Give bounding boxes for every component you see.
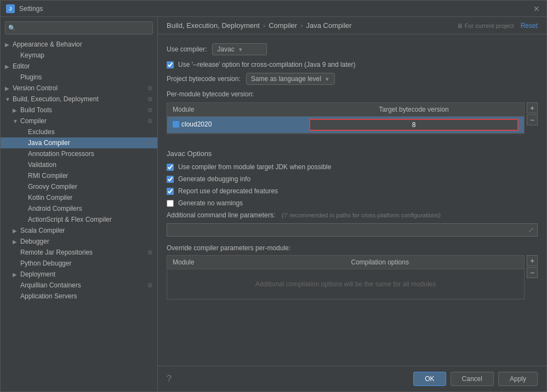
sidebar-item-arquillian[interactable]: Arquillian Containers ⚙ (1, 280, 157, 291)
sidebar-item-keymap[interactable]: Keymap (1, 50, 157, 61)
override-table-wrapper: Module Compilation options Additional co… (167, 255, 525, 299)
override-options-col: Compilation options (346, 256, 525, 269)
cmd-label: Additional command line parameters: (167, 211, 275, 219)
cmd-input[interactable] (167, 224, 525, 236)
target-version: 8 (412, 121, 416, 129)
javac-cb1-label: Use compiler from module target JDK when… (178, 163, 331, 171)
search-input[interactable] (5, 21, 153, 34)
module-table-outer: Module Target bytecode version cl (167, 102, 538, 143)
javac-cb1-row: Use compiler from module target JDK when… (167, 163, 538, 171)
module-col-header: Module (167, 103, 304, 117)
breadcrumb-sep1: › (263, 21, 265, 30)
module-table-wrapper: Module Target bytecode version cl (167, 102, 525, 134)
sidebar-item-appearance[interactable]: ▶ Appearance & Behavior (1, 39, 157, 50)
add-module-button[interactable]: + (527, 102, 538, 113)
for-project-label: 🖥 For current project (457, 22, 514, 29)
override-empty-text: Additional compilation options will be t… (167, 269, 524, 299)
javac-cb3-row: Report use of deprecated features (167, 187, 538, 195)
cancel-button[interactable]: Cancel (451, 372, 494, 386)
breadcrumb-part2: Compiler (269, 21, 297, 30)
search-box[interactable]: 🔍 (5, 21, 153, 34)
module-table: Module Target bytecode version cl (167, 103, 524, 134)
sidebar-tree: ▶ Appearance & Behavior Keymap ▶ Editor … (1, 39, 157, 391)
override-empty-row: Additional compilation options will be t… (167, 269, 524, 299)
cmd-hint: ('/' recommended in paths for cross-plat… (282, 212, 441, 218)
sidebar-item-label: Debugger (20, 238, 153, 245)
expand-icon[interactable]: ⤢ (525, 224, 537, 236)
sidebar-item-deployment[interactable]: ▶ Deployment (1, 269, 157, 280)
breadcrumb: Build, Execution, Deployment › Compiler … (167, 21, 352, 30)
sidebar-item-scala-compiler[interactable]: ▶ Scala Compiler (1, 225, 157, 236)
gear-icon: ⚙ (147, 282, 153, 289)
sidebar-item-actionscript-flex[interactable]: ActionScript & Flex Compiler (1, 214, 157, 225)
javac-cb2-label: Generate debugging info (178, 175, 250, 183)
sidebar-item-label: Build, Execution, Deployment (13, 95, 145, 103)
sidebar: 🔍 ▶ Appearance & Behavior Keymap ▶ Edito… (1, 17, 158, 391)
sidebar-item-python-debugger[interactable]: Python Debugger (1, 258, 157, 269)
sidebar-item-excludes[interactable]: Excludes (1, 126, 157, 137)
close-button[interactable]: ✕ (532, 4, 541, 13)
javac-cb3-checkbox[interactable] (167, 188, 174, 195)
per-module-label: Per-module bytecode version: (167, 90, 538, 98)
release-option-checkbox[interactable] (167, 61, 174, 68)
bytecode-version-dropdown[interactable]: Same as language level ▼ (246, 73, 335, 85)
sidebar-item-validation[interactable]: Validation (1, 159, 157, 170)
sidebar-item-kotlin-compiler[interactable]: Kotlin Compiler (1, 192, 157, 203)
gear-icon: ⚙ (147, 140, 153, 147)
javac-cb4-checkbox[interactable] (167, 200, 174, 207)
sidebar-item-plugins[interactable]: Plugins (1, 72, 157, 83)
search-icon: 🔍 (8, 25, 16, 32)
sidebar-item-label: Appearance & Behavior (13, 41, 153, 48)
sidebar-item-label: Build Tools (20, 106, 145, 114)
table-row[interactable]: cloud2020 8 (167, 117, 524, 134)
sidebar-item-label: ActionScript & Flex Compiler (28, 216, 153, 223)
sidebar-item-rmi-compiler[interactable]: RMI Compiler (1, 170, 157, 181)
gear-icon: ⚙ (147, 85, 153, 92)
sidebar-item-label: Version Control (13, 84, 145, 92)
remove-module-button[interactable]: − (527, 114, 538, 125)
sidebar-item-label: RMI Compiler (28, 172, 153, 180)
expand-arrow: ▶ (13, 239, 18, 245)
project-icon: 🖥 (457, 22, 463, 29)
remove-override-button[interactable]: − (527, 267, 538, 278)
sidebar-item-label: Remote Jar Repositories (20, 249, 145, 256)
sidebar-item-label: Groovy Compiler (28, 183, 153, 191)
reset-link[interactable]: Reset (521, 22, 538, 30)
sidebar-item-java-compiler[interactable]: Java Compiler ⚙ (1, 137, 157, 148)
expand-arrow: ▶ (5, 42, 10, 48)
expand-arrow: ▼ (5, 96, 10, 102)
javac-cb1-checkbox[interactable] (167, 164, 174, 171)
javac-cb4-row: Generate no warnings (167, 199, 538, 207)
add-override-button[interactable]: + (527, 255, 538, 266)
ok-button[interactable]: OK (413, 372, 446, 386)
help-button[interactable]: ? (167, 374, 172, 384)
sidebar-item-remote-jar[interactable]: Remote Jar Repositories ⚙ (1, 247, 157, 258)
override-table: Module Compilation options Additional co… (167, 256, 524, 299)
javac-options-header: Javac Options (167, 149, 538, 158)
expand-arrow: ▶ (13, 107, 18, 113)
expand-arrow: ▶ (13, 228, 18, 234)
sidebar-item-label: Kotlin Compiler (28, 194, 153, 201)
javac-cb3-label: Report use of deprecated features (178, 187, 278, 195)
sidebar-item-build-tools[interactable]: ▶ Build Tools ⚙ (1, 105, 157, 116)
sidebar-item-debugger[interactable]: ▶ Debugger (1, 236, 157, 247)
sidebar-item-annotation-processors[interactable]: Annotation Processors (1, 148, 157, 159)
sidebar-item-build-execution[interactable]: ▼ Build, Execution, Deployment ⚙ (1, 94, 157, 105)
sidebar-item-version-control[interactable]: ▶ Version Control ⚙ (1, 83, 157, 94)
sidebar-item-label: Compiler (20, 117, 145, 125)
sidebar-item-android-compilers[interactable]: Android Compilers (1, 203, 157, 214)
apply-button[interactable]: Apply (498, 372, 538, 386)
javac-cb2-row: Generate debugging info (167, 175, 538, 183)
sidebar-item-compiler[interactable]: ▼ Compiler ⚙ (1, 116, 157, 126)
chevron-down-icon: ▼ (324, 76, 330, 82)
sidebar-item-editor[interactable]: ▶ Editor (1, 61, 157, 72)
compiler-dropdown[interactable]: Javac ▼ (212, 43, 267, 55)
cmd-input-wrap: ⤢ (167, 223, 538, 237)
javac-cb2-checkbox[interactable] (167, 176, 174, 183)
target-col-header: Target bytecode version (304, 103, 524, 117)
sidebar-item-groovy-compiler[interactable]: Groovy Compiler (1, 181, 157, 192)
expand-arrow: ▶ (5, 64, 10, 70)
sidebar-item-application-servers[interactable]: Application Servers (1, 291, 157, 302)
compiler-value: Javac (217, 45, 234, 53)
release-option-label: Use '--release' option for cross-compila… (178, 61, 355, 68)
